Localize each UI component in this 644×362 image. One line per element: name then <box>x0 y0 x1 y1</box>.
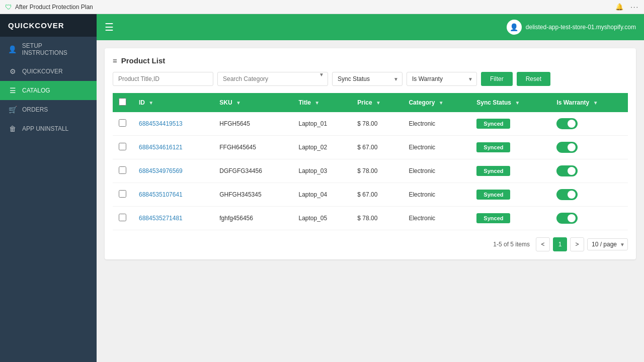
shield-icon: 🛡 <box>5 3 12 11</box>
warranty-toggle-0[interactable] <box>556 118 578 129</box>
table-header: ID ▼ SKU ▼ Title ▼ Price ▼ Category ▼ Sy… <box>113 93 628 112</box>
row-checkbox-cell-1 <box>113 136 133 159</box>
price-sort-icon: ▼ <box>376 100 381 106</box>
table-body: 6884534419513 HFGH5645 Laptop_01 $ 78.00… <box>113 112 628 230</box>
row-category-3: Electronic <box>403 183 470 207</box>
sync-badge-2: Synced <box>476 166 510 176</box>
row-warranty-3 <box>550 183 628 207</box>
row-sku-0: HFGH5645 <box>213 112 292 136</box>
row-id-2: 6884534976569 <box>133 159 213 183</box>
row-checkbox-cell-0 <box>113 112 133 136</box>
sidebar-item-orders[interactable]: 🛒 ORDERS <box>0 100 97 119</box>
product-table: ID ▼ SKU ▼ Title ▼ Price ▼ Category ▼ Sy… <box>113 93 628 230</box>
warranty-toggle-1[interactable] <box>556 142 578 153</box>
row-id-1: 6884534616121 <box>133 136 213 159</box>
sync-badge-3: Synced <box>476 190 510 200</box>
warranty-toggle-4[interactable] <box>556 213 578 224</box>
col-title[interactable]: Title ▼ <box>292 93 351 112</box>
col-price[interactable]: Price ▼ <box>351 93 403 112</box>
per-page-select[interactable]: 10 / page 20 / page 50 / page <box>587 238 628 250</box>
sync-badge-0: Synced <box>476 119 510 129</box>
table-row: 6884534616121 FFGH645645 Laptop_02 $ 67.… <box>113 136 628 159</box>
reset-button[interactable]: Reset <box>517 72 550 86</box>
col-sync-status[interactable]: Sync Status ▼ <box>470 93 550 112</box>
sidebar-item-quickcover[interactable]: ⚙ QUICKCOVER <box>0 62 97 81</box>
window-bell[interactable]: 🔔 <box>615 3 623 11</box>
pagination-info: 1-5 of 5 items <box>493 241 530 248</box>
sync-badge-4: Synced <box>476 213 510 223</box>
card-title: ≡ Product List <box>113 56 628 65</box>
sidebar-label-quickcover: QUICKCOVER <box>22 68 63 75</box>
prev-page-button[interactable]: < <box>536 237 550 251</box>
row-sync-3: Synced <box>470 183 550 207</box>
row-title-1: Laptop_02 <box>292 136 351 159</box>
col-id[interactable]: ID ▼ <box>133 93 213 112</box>
table-row: 6884535271481 fghfg456456 Laptop_05 $ 78… <box>113 207 628 230</box>
page-title: Product List <box>121 56 166 65</box>
sidebar-item-app-uninstall[interactable]: 🗑 APP UNINSTALL <box>0 119 97 138</box>
sidebar-brand: QUICKCOVER <box>0 14 97 37</box>
row-id-4: 6884535271481 <box>133 207 213 230</box>
warranty-toggle-2[interactable] <box>556 165 578 176</box>
row-checkbox-1[interactable] <box>119 143 126 150</box>
table-row: 6884535107641 GHFGH345345 Laptop_04 $ 67… <box>113 183 628 207</box>
pagination-row: 1-5 of 5 items < 1 > 10 / page 20 / page… <box>113 230 628 251</box>
row-checkbox-3[interactable] <box>119 190 126 198</box>
sidebar-label-setup-instructions: SETUP INSTRUCTIONS <box>22 42 89 56</box>
warranty-toggle-3[interactable] <box>556 189 578 200</box>
user-domain: delisted-app-test-store-01.myshopify.com <box>526 24 636 31</box>
col-category[interactable]: Category ▼ <box>403 93 470 112</box>
row-checkbox-2[interactable] <box>119 166 126 174</box>
sync-status-select[interactable]: Sync StatusSyncedNot Synced <box>332 72 403 86</box>
table-row: 6884534419513 HFGH5645 Laptop_01 $ 78.00… <box>113 112 628 136</box>
sync-status-wrap: Sync StatusSyncedNot Synced ▼ <box>332 72 403 86</box>
row-checkbox-cell-2 <box>113 159 133 183</box>
row-checkbox-cell-3 <box>113 183 133 207</box>
main-content: ☰ 👤 delisted-app-test-store-01.myshopify… <box>97 14 644 362</box>
search-input[interactable] <box>113 72 213 86</box>
toggle-slider-1 <box>556 142 578 153</box>
top-nav: ☰ 👤 delisted-app-test-store-01.myshopify… <box>97 14 644 40</box>
category-sort-icon: ▼ <box>439 100 444 106</box>
sidebar-item-setup-instructions[interactable]: 👤 SETUP INSTRUCTIONS <box>0 37 97 62</box>
sidebar-item-catalog[interactable]: ☰ CATALOG <box>0 81 97 100</box>
filters-row: ▼ Sync StatusSyncedNot Synced ▼ Is Warra… <box>113 72 628 86</box>
row-warranty-0 <box>550 112 628 136</box>
list-icon: ≡ <box>113 56 117 65</box>
row-price-3: $ 67.00 <box>351 183 403 207</box>
sku-sort-icon: ▼ <box>236 100 241 106</box>
row-sku-2: DGFGFG34456 <box>213 159 292 183</box>
row-category-2: Electronic <box>403 159 470 183</box>
per-page-wrap: 10 / page 20 / page 50 / page ▼ <box>587 238 628 250</box>
row-id-0: 6884534419513 <box>133 112 213 136</box>
row-price-0: $ 78.00 <box>351 112 403 136</box>
id-sort-icon: ▼ <box>148 100 153 106</box>
hamburger-icon[interactable]: ☰ <box>105 21 114 33</box>
warranty-select[interactable]: Is WarrantyYesNo <box>407 72 477 86</box>
user-info: 👤 delisted-app-test-store-01.myshopify.c… <box>507 20 636 35</box>
col-sku[interactable]: SKU ▼ <box>213 93 292 112</box>
title-bar: 🛡 After Product Protection Plan 🔔 ··· <box>0 0 644 14</box>
col-warranty[interactable]: Is Warranty ▼ <box>550 93 628 112</box>
warranty-toggle-wrap-3 <box>556 189 622 200</box>
page-1-button[interactable]: 1 <box>553 237 567 251</box>
warranty-toggle-wrap-4 <box>556 213 622 224</box>
sidebar: QUICKCOVER 👤 SETUP INSTRUCTIONS⚙ QUICKCO… <box>0 14 97 362</box>
orders-icon: 🛒 <box>8 106 17 114</box>
row-title-3: Laptop_04 <box>292 183 351 207</box>
row-checkbox-0[interactable] <box>119 119 126 127</box>
app-uninstall-icon: 🗑 <box>8 125 17 133</box>
next-page-button[interactable]: > <box>570 237 584 251</box>
product-list-card: ≡ Product List ▼ Sync StatusSyncedNot Sy… <box>105 48 636 259</box>
category-wrap: ▼ <box>217 72 328 86</box>
row-category-1: Electronic <box>403 136 470 159</box>
row-price-1: $ 67.00 <box>351 136 403 159</box>
window-dots[interactable]: ··· <box>630 3 639 11</box>
toggle-slider-4 <box>556 213 578 224</box>
row-category-0: Electronic <box>403 112 470 136</box>
select-all-checkbox[interactable] <box>119 98 126 106</box>
row-sync-2: Synced <box>470 159 550 183</box>
category-input[interactable] <box>217 72 328 86</box>
filter-button[interactable]: Filter <box>481 72 513 86</box>
row-checkbox-4[interactable] <box>119 214 126 221</box>
